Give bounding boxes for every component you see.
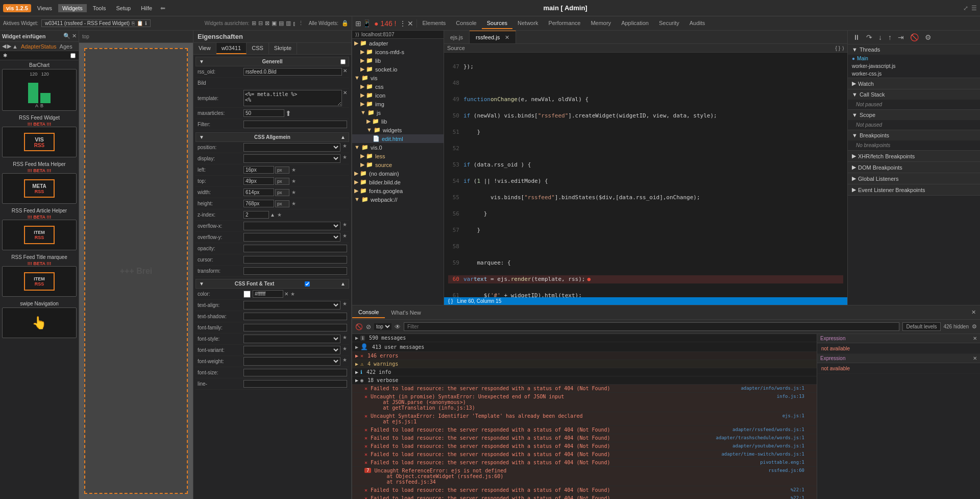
folder-css[interactable]: ▶ 📁 css [352, 82, 444, 91]
folder-vis0[interactable]: ▼ 📁 vis.0 [352, 143, 444, 152]
log-source-4[interactable]: adapter/rssfeed/words.js:1 [732, 427, 804, 432]
tab-audits[interactable]: Audits [684, 18, 710, 29]
text-shadow-input[interactable] [243, 313, 347, 320]
zindex-up[interactable]: ▲ [270, 212, 275, 218]
thread-main[interactable]: ● Main [848, 55, 980, 62]
debug-settings-btn[interactable]: ⚙ [923, 32, 934, 42]
widget-item-swipe[interactable]: swipe Navigation 👆 [2, 301, 77, 338]
log-source-5[interactable]: adapter/trashschedule/words.js:1 [716, 435, 804, 440]
align-center-icon[interactable]: ⊟ [258, 20, 263, 27]
log-source-7[interactable]: adapter/time-switch/words.js:1 [721, 452, 804, 457]
global-header[interactable]: ▶ Global Listeners [848, 173, 980, 184]
folder-adapter[interactable]: ▶ 📁 adapter [352, 39, 444, 47]
menu-views[interactable]: Views [33, 4, 56, 12]
folder-icon-vis[interactable]: ▶ 📁 icon [352, 91, 444, 100]
folder-less[interactable]: ▶ 📁 less [352, 152, 444, 160]
copy-icon[interactable]: ⎘ [132, 20, 135, 26]
font-header[interactable]: ▼ CSS Font & Text ▲ [195, 279, 349, 289]
editor-tab-ejs[interactable]: ejs.js [444, 31, 470, 43]
devtools-menu-icon[interactable]: ⋮ [399, 19, 406, 28]
thread-worker-js[interactable]: worker-javascript.js [848, 62, 980, 70]
align-bottom-icon[interactable]: ▥ [286, 20, 291, 27]
watch-header[interactable]: ▶ Watch [848, 78, 980, 89]
text-align-select[interactable] [243, 301, 340, 310]
log-source-11[interactable]: %22:1 [791, 495, 804, 499]
height-input[interactable] [243, 200, 274, 207]
maxarticles-input[interactable] [243, 109, 284, 117]
width-star[interactable]: ★ [291, 189, 296, 195]
group-user-header[interactable]: ▶ 👤 413 user messages [352, 342, 817, 351]
font-size-input[interactable] [243, 369, 347, 376]
width-input[interactable] [243, 188, 274, 196]
ages-tab[interactable]: Ages [60, 43, 72, 50]
widget-item-rss[interactable]: RSS Feed Widget !!! BETA !!! VIS RSS [2, 115, 77, 157]
folder-bilder[interactable]: ▶ 📁 bilder.bild.de [352, 178, 444, 186]
settings-console-icon[interactable]: ⚙ [972, 323, 977, 330]
dom-header[interactable]: ▶ DOM Breakpoints [848, 162, 980, 173]
folder-img[interactable]: ▶ 📁 img [352, 100, 444, 108]
log-source-10[interactable]: %22:1 [791, 487, 804, 492]
position-select[interactable] [243, 143, 340, 152]
color-clear[interactable]: ✕ [284, 291, 288, 297]
tab-memory[interactable]: Memory [585, 18, 616, 29]
nav-up[interactable]: ▲ [12, 43, 18, 50]
log-source-9[interactable]: rssfeed.js:60 [769, 468, 804, 473]
log-source-6[interactable]: adapter/youtube/words.js:1 [732, 443, 804, 448]
zindex-input[interactable] [243, 211, 269, 219]
expand-icon[interactable]: ⤢ [963, 5, 968, 12]
close-rssfeed-tab[interactable]: ✕ [505, 34, 509, 41]
debug-step-stmt-btn[interactable]: ⇥ [896, 32, 906, 42]
devtools-inspect-icon[interactable]: ⊞ [355, 19, 361, 28]
widget-item-article[interactable]: RSS Feed Article Helper !!! BETA !!! ITE… [2, 208, 77, 250]
overflow-y-star[interactable]: ★ [342, 233, 347, 242]
editor-more-icon[interactable]: ⟩ [842, 45, 844, 51]
folder-socketio[interactable]: ▶ 📁 socket.io [352, 65, 444, 74]
log-source-8[interactable]: pivottable.eng:1 [760, 460, 804, 465]
expr-close-1[interactable]: ✕ [973, 336, 977, 341]
log-source-3[interactable]: ejs.js:1 [782, 413, 804, 418]
group-verbose-header[interactable]: ▶ ◉ 18 verbose [352, 376, 817, 384]
folder-source[interactable]: ▶ 📁 source [352, 160, 444, 169]
filter-input[interactable] [243, 121, 347, 128]
menu-icon[interactable]: ☰ [971, 5, 977, 12]
threads-header[interactable]: ▼ Threads [848, 44, 980, 55]
template-input[interactable]: <%= meta.title %> <% [243, 90, 342, 106]
tab-w03411[interactable]: w03411 [216, 43, 247, 54]
log-source-1[interactable]: adapter/info/words.js:1 [741, 386, 804, 391]
folder-icons-mfd[interactable]: ▶ 📁 icons-mfd-s [352, 47, 444, 56]
editor-tab-rssfeed[interactable]: rssfeed.js✕ [470, 31, 516, 43]
debug-pause-btn[interactable]: ⏸ [851, 32, 862, 42]
font-variant-select[interactable] [243, 346, 340, 354]
console-tab[interactable]: Console [352, 307, 385, 318]
menu-setup[interactable]: Setup [112, 4, 135, 12]
widget-item-meta[interactable]: RSS Feed Meta Helper !!! BETA !!! META R… [2, 161, 77, 204]
display-select[interactable] [243, 154, 340, 163]
rss-oid-clear[interactable]: ✕ [343, 68, 347, 76]
distribute-v-icon[interactable]: ⋮ [298, 20, 304, 27]
zindex-star[interactable]: ★ [277, 212, 282, 218]
close-sidebar-icon[interactable]: ✕ [72, 33, 77, 39]
position-star[interactable]: ★ [342, 143, 347, 152]
tab-application[interactable]: Application [616, 18, 654, 29]
generell-header[interactable]: ▼ Generell [195, 57, 349, 66]
align-middle-icon[interactable]: ▤ [279, 20, 284, 27]
css-header[interactable]: ▼ CSS Allgemein ▲ [195, 132, 349, 142]
info-icon[interactable]: ℹ [145, 20, 147, 26]
devtools-close-icon[interactable]: ✕ [407, 19, 413, 28]
distribute-h-icon[interactable]: ⫿ [293, 20, 296, 27]
url-expand-icon[interactable]: ⟩⟩ [355, 32, 359, 37]
error-count-badge[interactable]: ● 146 ! [374, 19, 396, 28]
tab-performance[interactable]: Performance [543, 18, 585, 29]
folder-webpack[interactable]: ▼ 📁 webpack:// [352, 195, 444, 204]
nav-back[interactable]: ◀ [2, 43, 6, 50]
font-style-select[interactable] [243, 335, 340, 343]
font-style-star[interactable]: ★ [342, 335, 347, 343]
font-checkbox[interactable] [305, 281, 310, 287]
css-collapse-icon[interactable]: ▲ [340, 134, 346, 140]
align-right-icon[interactable]: ⊠ [265, 20, 270, 27]
font-weight-select[interactable] [243, 357, 340, 366]
whats-new-tab[interactable]: What's New [385, 307, 427, 318]
opacity-input[interactable] [243, 245, 347, 252]
debug-step-out-btn[interactable]: ↑ [886, 32, 894, 42]
template-clear[interactable]: ✕ [343, 90, 347, 106]
